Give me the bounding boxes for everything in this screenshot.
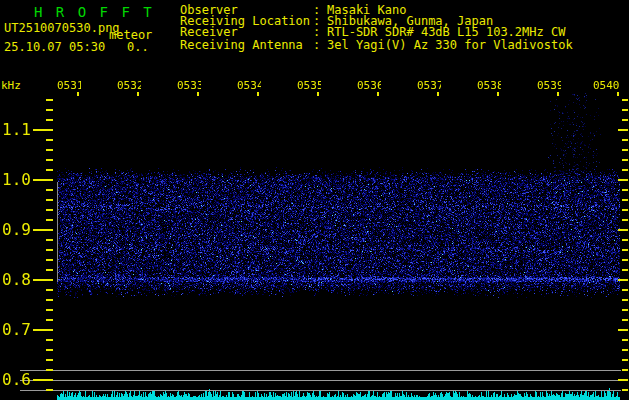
freq-minor-tick — [46, 189, 53, 191]
level-reference-line — [20, 390, 621, 391]
freq-minor-tick — [46, 289, 53, 291]
calibration-bar — [57, 182, 58, 282]
info-separator: : — [313, 40, 327, 51]
time-minor-tick — [197, 92, 199, 96]
time-minor-tick — [317, 92, 319, 96]
app-title: H R O F F T — [34, 5, 154, 19]
freq-minor-tick — [46, 269, 53, 271]
freq-minor-tick — [46, 139, 53, 141]
freq-major-tick-right — [618, 279, 628, 281]
freq-minor-tick-right — [622, 189, 628, 191]
freq-minor-tick — [46, 339, 53, 341]
freq-major-tick — [33, 129, 53, 131]
time-tick-label: 0540 — [593, 80, 620, 92]
freq-minor-tick-right — [622, 289, 628, 291]
freq-major-tick — [33, 379, 53, 381]
time-tick-label: 0534 — [237, 80, 261, 92]
freq-minor-tick-right — [622, 149, 628, 151]
freq-minor-tick-right — [622, 269, 628, 271]
freq-minor-tick-right — [622, 319, 628, 321]
freq-minor-tick — [46, 309, 53, 311]
freq-minor-tick-right — [622, 109, 628, 111]
time-label-clipped-digit: 8 — [497, 80, 501, 92]
time-minor-tick — [617, 92, 619, 96]
freq-tick-label: 0.7 — [0, 322, 31, 338]
freq-minor-tick-right — [622, 199, 628, 201]
freq-minor-tick — [46, 199, 53, 201]
freq-major-tick-right — [618, 229, 628, 231]
time-tick-label: 0536 — [357, 80, 381, 92]
freq-major-tick — [33, 329, 53, 331]
freq-minor-tick-right — [622, 239, 628, 241]
freq-major-tick-right — [618, 379, 628, 381]
freq-minor-tick-right — [622, 359, 628, 361]
freq-minor-tick — [46, 369, 53, 371]
station-info-block: Observer:Masaki KanoReceiving Location:S… — [180, 5, 573, 51]
info-label: Receiver — [180, 27, 313, 38]
time-minor-tick — [437, 92, 439, 96]
freq-minor-tick — [46, 119, 53, 121]
time-tick-label: 0531 — [57, 80, 81, 92]
time-tick-label: 0533 — [177, 80, 201, 92]
freq-tick-label: 0.6 — [0, 372, 31, 388]
freq-major-tick — [33, 279, 53, 281]
freq-major-tick — [33, 179, 53, 181]
info-label: Receiving Antenna — [180, 40, 313, 51]
info-value: 3el Yagi(V) Az 330 for Vladivostok — [327, 40, 573, 51]
freq-minor-tick — [46, 359, 53, 361]
freq-axis-unit: kHz — [1, 80, 21, 91]
freq-major-tick-right — [618, 329, 628, 331]
freq-minor-tick-right — [622, 119, 628, 121]
freq-minor-tick — [46, 169, 53, 171]
freq-minor-tick-right — [622, 139, 628, 141]
time-label-clipped-digit: 7 — [437, 80, 441, 92]
info-row: Receiving Antenna:3el Yagi(V) Az 330 for… — [180, 40, 573, 51]
time-label-clipped-digit: 4 — [257, 80, 261, 92]
freq-minor-tick-right — [622, 309, 628, 311]
freq-minor-tick-right — [622, 259, 628, 261]
info-separator: : — [313, 27, 327, 38]
freq-tick-label: 1.0 — [0, 172, 31, 188]
time-label-clipped-digit: 1 — [77, 80, 81, 92]
freq-tick-label: 1.1 — [0, 122, 31, 138]
freq-minor-tick — [46, 239, 53, 241]
time-minor-tick — [377, 92, 379, 96]
freq-minor-tick-right — [622, 369, 628, 371]
freq-minor-tick-right — [622, 159, 628, 161]
spectrogram-canvas — [57, 93, 620, 400]
time-tick-label: 0538 — [477, 80, 501, 92]
echo-counter: 0.. — [127, 41, 149, 53]
freq-minor-tick-right — [622, 169, 628, 171]
time-tick-label: 0535 — [297, 80, 321, 92]
time-tick-label: 0539 — [537, 80, 561, 92]
info-row: Receiver:RTL-SDR SDR# 43dB L15 103.2MHz … — [180, 27, 573, 38]
time-label-clipped-digit: 5 — [317, 80, 321, 92]
freq-minor-tick-right — [622, 209, 628, 211]
time-minor-tick — [137, 92, 139, 96]
freq-minor-tick — [46, 109, 53, 111]
info-value: RTL-SDR SDR# 43dB L15 103.2MHz CW — [327, 27, 565, 38]
time-minor-tick — [497, 92, 499, 96]
freq-minor-tick — [46, 219, 53, 221]
freq-minor-tick — [46, 149, 53, 151]
time-tick-label: 0537 — [417, 80, 441, 92]
time-label-clipped-digit: 9 — [557, 80, 561, 92]
freq-minor-tick-right — [622, 349, 628, 351]
freq-minor-tick-right — [622, 339, 628, 341]
freq-minor-tick — [46, 259, 53, 261]
freq-major-tick — [33, 229, 53, 231]
time-label-clipped-digit: 6 — [377, 80, 381, 92]
freq-minor-tick-right — [622, 389, 628, 391]
freq-minor-tick — [46, 99, 53, 101]
time-minor-tick — [557, 92, 559, 96]
observation-datetime: 25.10.07 05:30 — [4, 41, 105, 53]
freq-minor-tick — [46, 209, 53, 211]
freq-minor-tick — [46, 349, 53, 351]
time-minor-tick — [77, 92, 79, 96]
freq-tick-label: 0.9 — [0, 222, 31, 238]
freq-major-tick-right — [618, 129, 628, 131]
freq-minor-tick — [46, 249, 53, 251]
time-minor-tick — [257, 92, 259, 96]
level-reference-line — [20, 370, 621, 371]
freq-minor-tick-right — [622, 249, 628, 251]
